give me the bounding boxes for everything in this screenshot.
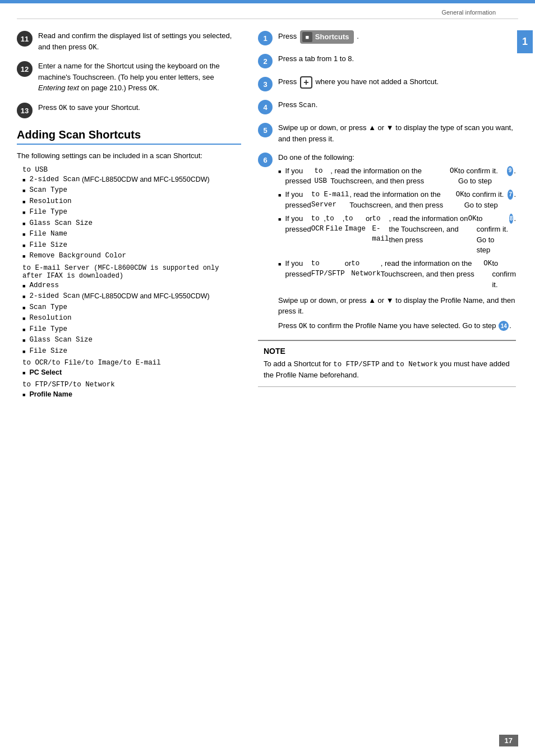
right-step-2: 2 Press a tab from 1 to 8.: [258, 53, 516, 68]
right-step-5-text: Swipe up or down, or press ▲ or ▼ to dis…: [278, 122, 516, 144]
group3-header: to OCR/to File/to Image/to E-mail: [22, 359, 241, 367]
right-step-6-text: Do one of the following: If you pressed …: [278, 152, 516, 332]
right-step-2-circle: 2: [258, 54, 273, 68]
right-column: 1 1 Press ■ Shortcuts . 2 Press a tab fr…: [252, 30, 516, 400]
right-step-4-text: Press Scan.: [278, 99, 317, 111]
group1-header: to USB: [22, 166, 241, 174]
right-step-5: 5 Swipe up or down, or press ▲ or ▼ to d…: [258, 122, 516, 144]
left-column: 11 Read and confirm the displayed list o…: [17, 30, 252, 400]
right-step-1-circle: 1: [258, 31, 273, 45]
group2-header: to E-mail Server (MFC-L8600CDW is suppor…: [22, 264, 241, 280]
step-12: 12 Enter a name for the Shortcut using t…: [17, 61, 241, 94]
sub-item-usb: If you pressed to USB, read the informat…: [278, 166, 516, 187]
right-step-2-text: Press a tab from 1 to 8.: [278, 53, 354, 64]
right-step-6: 6 Do one of the following: If you presse…: [258, 152, 516, 332]
page-number: 17: [499, 735, 518, 746]
extra-text-1: Swipe up or down, or press ▲ or ▼ to dis…: [278, 295, 516, 317]
page-header: General information: [17, 3, 518, 19]
right-step-3-circle: 3: [258, 77, 273, 91]
note-title: NOTE: [264, 347, 510, 356]
right-step-3-text: Press + where you have not added a Short…: [278, 76, 439, 89]
right-step-6-circle: 6: [258, 153, 273, 167]
sub-item-ocr: If you pressed to OCR, to File, to Image…: [278, 214, 516, 256]
step-13-circle: 13: [17, 103, 33, 118]
right-step-3: 3 Press + where you have not added a Sho…: [258, 76, 516, 91]
note-text: To add a Shortcut for to FTP/SFTP and to…: [264, 358, 510, 381]
right-step-4-circle: 4: [258, 100, 273, 114]
side-tab: 1: [517, 30, 533, 53]
step-13-text: Press OK to save your Shortcut.: [38, 102, 140, 114]
right-step-4: 4 Press Scan.: [258, 99, 516, 114]
ref-14: 14: [499, 321, 509, 331]
plus-button-icon: +: [300, 76, 312, 89]
ref-9: 9: [507, 166, 514, 176]
group4-list: Profile Name: [22, 390, 241, 400]
group3-list: PC Select: [22, 368, 241, 378]
section-intro: The following settings can be included i…: [17, 150, 241, 162]
right-step-1-text: Press ■ Shortcuts .: [278, 30, 359, 44]
step-12-text: Enter a name for the Shortcut using the …: [38, 61, 241, 94]
shortcut-icon: ■: [302, 32, 312, 42]
shortcut-button: ■ Shortcuts: [300, 30, 354, 44]
group4-header: to FTP/SFTP/to Network: [22, 381, 241, 389]
step-12-circle: 12: [17, 61, 33, 77]
note-box: NOTE To add a Shortcut for to FTP/SFTP a…: [258, 340, 516, 387]
group2-list: Address 2-sided Scan (MFC-L8850CDW and M…: [22, 281, 241, 357]
section-title: Adding Scan Shortcuts: [17, 128, 241, 145]
step-11: 11 Read and confirm the displayed list o…: [17, 30, 241, 53]
step-11-text: Read and confirm the displayed list of s…: [38, 30, 241, 53]
group1-list: 2-sided Scan (MFC-L8850CDW and MFC-L9550…: [22, 175, 241, 261]
sub-item-email-server: If you pressed to E-mail Server, read th…: [278, 190, 516, 211]
sub-item-ftp: If you pressed to FTP/SFTP or to Network…: [278, 259, 516, 291]
page-number-container: 17: [499, 736, 518, 745]
step-13: 13 Press OK to save your Shortcut.: [17, 102, 241, 118]
right-step-5-circle: 5: [258, 123, 273, 137]
step-11-circle: 11: [17, 31, 33, 47]
shortcut-label: Shortcuts: [315, 31, 349, 43]
header-text: General information: [441, 9, 496, 16]
ref-8: 8: [509, 214, 514, 224]
extra-text-2: Press OK to confirm the Profile Name you…: [278, 320, 516, 332]
ref-7: 7: [508, 190, 513, 200]
right-step-1: 1 Press ■ Shortcuts .: [258, 30, 516, 45]
